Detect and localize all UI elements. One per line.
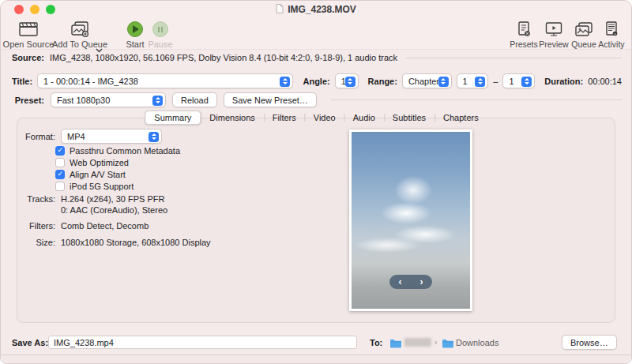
popup-stepper-icon <box>438 77 449 87</box>
summary-info: Tracks: H.264 (x264), 30 FPS PFR 0: AAC … <box>17 194 211 253</box>
open-source-button[interactable]: Open Source <box>2 20 55 49</box>
preview-label: Preview <box>539 39 568 49</box>
popup-stepper-icon <box>475 77 485 87</box>
preview-button[interactable]: Preview <box>536 20 571 49</box>
document-proxy-icon <box>276 2 284 17</box>
source-label: Source: <box>12 53 44 62</box>
reload-button[interactable]: Reload <box>172 92 217 107</box>
range-to-value: 1 <box>509 77 514 86</box>
start-label: Start <box>126 39 144 49</box>
activity-button[interactable]: Activity <box>595 20 628 49</box>
checkbox-passthru-metadata[interactable]: Passthru Common Metadata <box>55 144 180 156</box>
save-new-preset-button[interactable]: Save New Preset… <box>224 92 317 107</box>
browse-button[interactable]: Browse… <box>562 335 617 350</box>
path-separator: › <box>434 338 437 347</box>
checkbox-ipod-5g-support[interactable]: iPod 5G Support <box>55 180 180 192</box>
angle-label: Angle: <box>303 77 329 86</box>
tab-dimensions[interactable]: Dimensions <box>201 111 263 125</box>
pause-button: Pause <box>145 20 176 49</box>
checkbox-icon[interactable] <box>55 170 65 179</box>
title-popup-value: 1 - 00:00:14 - IMG_4238 <box>43 77 138 86</box>
tab-summary[interactable]: Summary <box>145 111 201 125</box>
source-row: Source: IMG_4238, 1080x1920, 56.1069 FPS… <box>12 53 622 62</box>
size-label: Size: <box>17 238 55 249</box>
preset-label: Preset: <box>12 96 44 105</box>
checkbox-web-optimized[interactable]: Web Optimized <box>55 156 180 168</box>
toolbar: Open Source Add To Queue Start <box>1 18 631 50</box>
start-play-icon <box>127 20 143 39</box>
folder-icon <box>389 337 401 351</box>
activity-log-icon <box>604 20 619 39</box>
presets-document-gear-icon <box>516 20 532 39</box>
open-source-label: Open Source <box>3 39 55 49</box>
duration-label: Duration: <box>544 77 583 86</box>
tab-filters[interactable]: Filters <box>264 111 305 125</box>
format-row: Format: MP4 <box>17 129 162 144</box>
source-value: IMG_4238, 1080x1920, 56.1069 FPS, Dolby … <box>50 53 397 62</box>
checkbox-label: iPod 5G Support <box>70 182 134 191</box>
title-bar: IMG_4238.MOV <box>1 1 631 18</box>
clapperboard-icon <box>18 20 39 39</box>
tracks-line1: H.264 (x264), 30 FPS PFR <box>61 194 167 205</box>
preview-next-button[interactable]: › <box>411 276 432 289</box>
queue-label: Queue <box>571 39 596 49</box>
checkbox-label: Passthru Common Metadata <box>70 146 180 156</box>
format-label: Format: <box>17 132 55 141</box>
tracks-label: Tracks: <box>17 194 55 216</box>
status-strip <box>1 355 631 364</box>
format-options: Passthru Common Metadata Web Optimized A… <box>55 144 180 192</box>
range-to-popup[interactable]: 1 <box>502 73 535 88</box>
pause-label: Pause <box>148 39 172 49</box>
tab-video[interactable]: Video <box>305 111 344 125</box>
summary-panel: Format: MP4 Passthru Common Metadata Web… <box>17 118 615 323</box>
checkbox-icon[interactable] <box>55 158 65 167</box>
to-label: To: <box>370 338 382 347</box>
range-from-popup[interactable]: 1 <box>457 73 489 88</box>
preset-row: Preset: Fast 1080p30 Reload Save New Pre… <box>12 92 622 107</box>
activity-label: Activity <box>598 39 624 49</box>
redacted-folder-name <box>404 338 431 347</box>
checkbox-icon[interactable] <box>55 182 65 191</box>
handbrake-window: IMG_4238.MOV Open Source <box>0 0 632 364</box>
tab-chapters[interactable]: Chapters <box>434 111 487 125</box>
destination-bar: Save As: To: › Downloads Browse… <box>1 331 631 355</box>
range-separator: – <box>493 77 498 86</box>
save-as-label: Save As: <box>12 338 48 347</box>
source-divider <box>405 58 622 58</box>
window-title: IMG_4238.MOV <box>288 4 356 15</box>
checkbox-align-av-start[interactable]: Align A/V Start <box>55 168 180 180</box>
range-from-value: 1 <box>463 77 468 86</box>
format-popup-value: MP4 <box>67 132 85 141</box>
tracks-row: Tracks: H.264 (x264), 30 FPS PFR 0: AAC … <box>17 194 211 216</box>
downloads-folder-label: Downloads <box>456 338 498 347</box>
checkbox-icon[interactable] <box>55 146 65 156</box>
popup-stepper-icon <box>280 77 290 87</box>
filters-label: Filters: <box>17 221 55 232</box>
range-mode-popup[interactable]: Chapters <box>402 73 452 88</box>
popup-stepper-icon <box>521 77 532 87</box>
checkbox-label: Web Optimized <box>70 158 129 167</box>
preview-thumbnail: ‹ › <box>349 129 472 311</box>
preset-divider <box>331 99 622 100</box>
tab-subtitles[interactable]: Subtitles <box>384 111 434 125</box>
folder-icon <box>442 337 453 351</box>
tab-audio[interactable]: Audio <box>344 111 384 125</box>
size-line1: 1080x1080 Storage, 608x1080 Display <box>61 238 211 249</box>
presets-label: Presets <box>510 39 538 49</box>
format-popup[interactable]: MP4 <box>61 129 162 144</box>
title-row: Title: 1 - 00:00:14 - IMG_4238 Angle: 1 … <box>12 73 622 88</box>
checkbox-label: Align A/V Start <box>70 170 126 179</box>
preview-monitor-icon <box>544 20 563 39</box>
preset-popup-value: Fast 1080p30 <box>57 96 110 105</box>
preview-image: ‹ › <box>352 132 470 309</box>
preview-nav-pill: ‹ › <box>389 275 432 289</box>
preset-popup[interactable]: Fast 1080p30 <box>51 92 166 107</box>
filters-row: Filters: Comb Detect, Decomb <box>17 221 211 232</box>
tracks-line2: 0: AAC (CoreAudio), Stereo <box>61 205 167 216</box>
duration-value: 00:00:14 <box>588 77 622 86</box>
preview-prev-button[interactable]: ‹ <box>389 276 411 289</box>
filters-line1: Comb Detect, Decomb <box>61 221 149 232</box>
save-as-input[interactable] <box>48 336 357 349</box>
angle-popup[interactable]: 1 <box>335 73 359 88</box>
title-popup[interactable]: 1 - 00:00:14 - IMG_4238 <box>37 73 293 88</box>
